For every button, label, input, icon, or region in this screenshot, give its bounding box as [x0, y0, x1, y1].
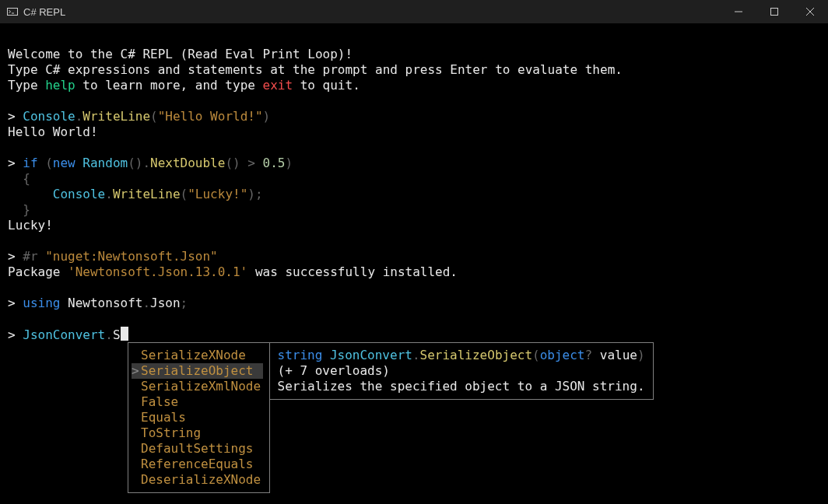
token-console: Console: [23, 109, 75, 124]
welcome-line-3b: to learn more, and type: [75, 78, 263, 93]
token-method: NextDouble: [150, 156, 225, 170]
sig-paren: ): [637, 348, 645, 362]
svg-rect-3: [771, 9, 778, 16]
prompt: >: [8, 249, 23, 264]
welcome-line-3c: to quit.: [293, 78, 360, 93]
welcome-line-3a: Type: [8, 78, 45, 93]
autocomplete-popup: SerializeXNodeSerializeObjectSerializeXm…: [128, 342, 654, 493]
token-semi: ;: [181, 296, 188, 310]
output-pkg-b: was successfully installed.: [247, 264, 458, 279]
title-bar: C# REPL: [0, 0, 828, 23]
token-space: [60, 296, 68, 310]
sig-space: [322, 348, 330, 362]
autocomplete-doc: string JsonConvert.SerializeObject(objec…: [270, 342, 654, 400]
window-controls: [721, 0, 828, 23]
sig-param-type: object: [540, 348, 585, 362]
app-icon: [6, 5, 19, 18]
token-dot: .: [142, 156, 150, 170]
token-paren: (: [181, 187, 188, 201]
svg-rect-0: [8, 9, 18, 16]
prompt: >: [8, 327, 23, 342]
token-type: Random: [82, 156, 128, 170]
exit-keyword: exit: [263, 78, 293, 93]
text-cursor: [121, 327, 128, 341]
token-string: "Hello World!": [158, 109, 263, 124]
token-paren: ): [285, 156, 293, 170]
token-keyword: using: [23, 296, 60, 310]
token-brace: }: [8, 202, 30, 217]
output-pkg-a: Package: [8, 264, 68, 279]
sig-paren: (: [532, 348, 540, 362]
token-space: [255, 156, 263, 170]
output-line: Lucky!: [8, 218, 53, 233]
token-ns: Newtonsoft: [68, 296, 142, 310]
token-paren: (: [38, 156, 53, 170]
token-brace: {: [8, 171, 30, 186]
sig-param-name: value: [600, 348, 637, 362]
minimize-button[interactable]: [721, 0, 756, 23]
token-method: WriteLine: [82, 109, 150, 124]
token-op: >: [247, 156, 255, 170]
token-space: [75, 156, 83, 170]
output-line: Hello World!: [8, 124, 98, 139]
prompt: >: [8, 156, 23, 170]
sig-return-type: string: [278, 348, 323, 362]
token-ns: Json: [150, 296, 181, 310]
token-number: 0.5: [263, 156, 286, 170]
sig-q: ?: [584, 348, 599, 362]
window-title: C# REPL: [23, 6, 65, 18]
maximize-button[interactable]: [756, 0, 792, 23]
autocomplete-item[interactable]: DefaultSettings: [132, 441, 263, 457]
autocomplete-item[interactable]: SerializeXNode: [132, 348, 263, 363]
token-space: [38, 249, 46, 264]
token-console: Console: [53, 187, 105, 201]
token-keyword: new: [53, 156, 75, 170]
token-keyword: if: [23, 156, 37, 170]
autocomplete-item[interactable]: ToString: [132, 425, 263, 441]
sig-class: JsonConvert: [330, 348, 412, 362]
token-dot: .: [105, 187, 113, 201]
token-partial: S: [113, 327, 121, 342]
terminal-area[interactable]: Welcome to the C# REPL (Read Eval Print …: [0, 23, 828, 382]
token-dot: .: [142, 296, 150, 310]
token-type: JsonConvert: [23, 327, 105, 342]
token-string: "Lucky!": [188, 187, 247, 201]
prompt: >: [8, 109, 23, 124]
token-paren: ): [263, 109, 271, 124]
help-keyword: help: [45, 78, 75, 93]
token-paren: (): [225, 156, 240, 170]
prompt: >: [8, 296, 23, 310]
welcome-line-1: Welcome to the C# REPL (Read Eval Print …: [8, 47, 353, 61]
autocomplete-item[interactable]: SerializeXmlNode: [132, 379, 263, 394]
token-dot: .: [75, 109, 83, 124]
sig-method: SerializeObject: [420, 348, 533, 362]
token-paren: );: [247, 187, 262, 201]
output-pkg-name: 'Newtonsoft.Json.13.0.1': [68, 264, 247, 279]
autocomplete-item[interactable]: False: [132, 394, 263, 410]
close-button[interactable]: [792, 0, 828, 23]
sig-description: Serializes the specified object to a JSO…: [278, 379, 645, 394]
autocomplete-list[interactable]: SerializeXNodeSerializeObjectSerializeXm…: [128, 342, 270, 493]
token-paren: (: [150, 109, 158, 124]
autocomplete-item[interactable]: ReferenceEquals: [132, 457, 263, 472]
token-dot: .: [105, 327, 113, 342]
token-method: WriteLine: [113, 187, 181, 201]
autocomplete-item[interactable]: Equals: [132, 410, 263, 425]
sig-overloads: (+ 7 overloads): [278, 363, 391, 378]
sig-dot: .: [412, 348, 420, 362]
autocomplete-item[interactable]: SerializeObject: [132, 363, 263, 379]
token-indent: [8, 187, 53, 201]
token-directive: #r: [23, 249, 37, 264]
token-string: "nuget:Newtonsoft.Json": [45, 249, 218, 264]
autocomplete-item[interactable]: DeserializeXNode: [132, 472, 263, 488]
token-space: [240, 156, 248, 170]
token-paren: (): [128, 156, 142, 170]
welcome-line-2: Type C# expressions and statements at th…: [8, 62, 623, 77]
